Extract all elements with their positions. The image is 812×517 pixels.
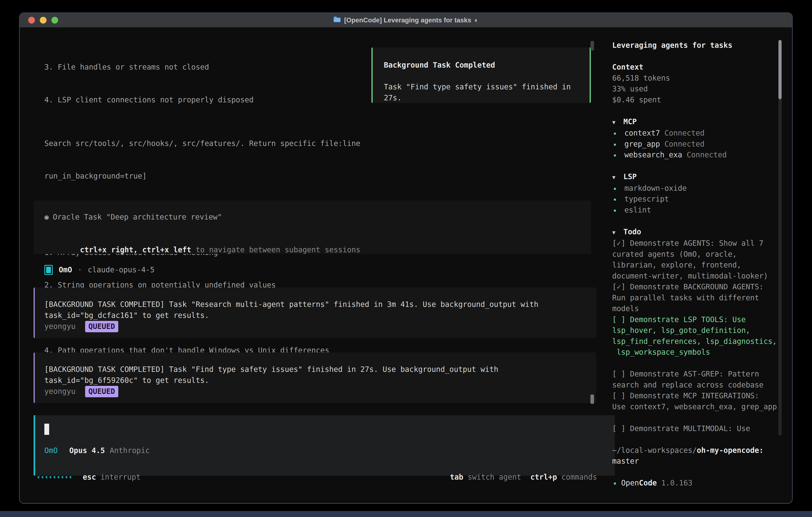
todo-line: lsp_hover, lsp_goto_definition, xyxy=(612,325,780,336)
transcript-line: run_in_background=true] xyxy=(45,171,590,182)
todo-line: search and replace across codebase xyxy=(612,380,780,391)
toast-title: Background Task Completed xyxy=(384,60,578,71)
todo-line: lsp_find_references, lsp_diagnostics, xyxy=(612,336,780,347)
sidebar: Leveraging agents for tasks Context 66,5… xyxy=(612,40,780,489)
title-bar[interactable]: [OpenCode] Leveraging agents for tasks ◐ xyxy=(20,13,792,28)
oracle-task-title: Oracle Task "Deep architecture review" xyxy=(53,212,222,223)
oracle-task-card[interactable]: ◉ Oracle Task "Deep architecture review"… xyxy=(34,200,591,254)
dock-edge-strip xyxy=(0,511,812,517)
app-name-bold: Code xyxy=(639,479,657,487)
lsp-name: markdown-oxide xyxy=(625,184,687,193)
context-used: 33% used xyxy=(612,84,780,94)
lsp-section-header[interactable]: ▼LSP xyxy=(612,171,780,183)
record-icon: ◉ xyxy=(45,212,49,223)
prompt-input[interactable]: OmO Opus 4.5 Anthropic xyxy=(34,415,615,475)
composer-model-row[interactable]: OmO Opus 4.5 Anthropic xyxy=(45,445,615,456)
status-bar: esc interrupt tab switch agent ctrl+p co… xyxy=(37,472,597,483)
task-message-line: task_id="bg_6f59260c" to get results. xyxy=(45,375,585,386)
status-right: tab switch agent ctrl+p commands xyxy=(450,472,597,483)
window-title: [OpenCode] Leveraging agents for tasks ◐ xyxy=(333,16,478,24)
mcp-item: context7 Connected xyxy=(612,128,780,139)
sidebar-scrollbar-thumb[interactable] xyxy=(778,40,782,99)
mcp-status: Connected xyxy=(687,151,727,159)
status-dot-icon xyxy=(614,133,616,135)
todo-line: [✓] Demonstrate AGENTS: Show all 7 xyxy=(612,238,780,249)
task-message-meta: yeongyu QUEUED xyxy=(45,386,585,397)
folder-icon xyxy=(333,16,341,24)
task-message-card: [BACKGROUND TASK COMPLETED] Task "Resear… xyxy=(34,288,596,338)
app-version: 1.0.163 xyxy=(661,479,693,487)
status-dot-icon xyxy=(614,154,616,157)
chevron-down-icon: ▼ xyxy=(612,117,624,128)
todo-line: librarian, explore, frontend, xyxy=(612,260,780,271)
mcp-section-header[interactable]: ▼MCP xyxy=(612,116,780,128)
status-badge: QUEUED xyxy=(85,386,118,397)
hint-key: ctrl+x right, xyxy=(80,245,138,254)
status-dot-icon xyxy=(614,143,616,146)
mcp-status: Connected xyxy=(665,129,704,137)
traffic-lights xyxy=(28,17,58,24)
todo-line: lsp_workspace_symbols xyxy=(612,347,780,358)
todo-group-pending: [ ] Demonstrate MULTIMODAL: Use xyxy=(612,423,780,434)
scrollbar-thumb-top[interactable] xyxy=(590,41,594,51)
todo-group-active: [ ] Demonstrate LSP TOOLS: Use lsp_hover… xyxy=(612,314,780,358)
status-dot-icon xyxy=(614,483,616,485)
todo-line: Run parallel tasks with different xyxy=(612,293,780,303)
agent-icon xyxy=(45,265,53,275)
todo-line: [ ] Demonstrate MULTIMODAL: Use xyxy=(612,423,780,434)
terminal-content: 3. File handles or streams not closed 4.… xyxy=(20,28,792,503)
scrollbar-thumb[interactable] xyxy=(590,394,594,404)
lsp-item: eslint xyxy=(612,205,780,216)
minimize-button[interactable] xyxy=(40,17,47,24)
shortcut-label: commands xyxy=(561,472,597,483)
todo-line: Use context7, websearch_exa, grep_app xyxy=(612,402,780,412)
task-message-card: [BACKGROUND TASK COMPLETED] Task "Find t… xyxy=(34,352,596,403)
subagent-nav-hint: ctrl+x right, ctrl+x left to navigate be… xyxy=(45,234,580,266)
todo-line: [ ] Demonstrate AST-GREP: Pattern xyxy=(612,369,780,380)
todo-section-header[interactable]: ▼Todo xyxy=(612,226,780,238)
toast-body: Task "Find type safety issues" finished … xyxy=(384,82,578,103)
background-task-toast: Background Task Completed Task "Find typ… xyxy=(371,47,591,103)
shortcut-label: switch agent xyxy=(468,472,521,483)
chevron-down-icon: ▼ xyxy=(612,227,624,238)
shortcut-key: ctrl+p xyxy=(530,472,557,483)
todo-line: curated agents (OmO, oracle, xyxy=(612,249,780,260)
task-message-line: task_id="bg_dcfac161" to get results. xyxy=(45,310,585,321)
hint-text: to navigate between subagent sessions xyxy=(196,245,360,254)
todo-line: [✓] Demonstrate BACKGROUND AGENTS: xyxy=(612,281,780,293)
todo-heading: Todo xyxy=(624,227,641,236)
window-title-text: [OpenCode] Leveraging agents for tasks xyxy=(344,17,471,24)
composer-provider: Anthropic xyxy=(110,445,150,456)
session-state-icon: ◐ xyxy=(474,17,478,24)
lsp-item: markdown-oxide xyxy=(612,183,780,194)
maximize-button[interactable] xyxy=(51,17,58,24)
status-dot-icon xyxy=(614,210,616,212)
composer-agent: OmO xyxy=(45,445,58,456)
task-author: yeongyu xyxy=(45,387,76,396)
terminal-window: [OpenCode] Leveraging agents for tasks ◐… xyxy=(19,12,793,504)
text-cursor xyxy=(45,424,49,435)
mcp-item: websearch_exa Connected xyxy=(612,149,780,161)
shortcut-label: interrupt xyxy=(100,472,141,483)
close-button[interactable] xyxy=(28,17,35,24)
main-scrollbar[interactable] xyxy=(590,41,594,404)
shortcut-key: tab xyxy=(450,472,463,483)
shortcut-key: esc xyxy=(83,472,96,483)
path-prefix: ~/local-workspaces/ xyxy=(612,446,697,455)
status-left: esc interrupt xyxy=(37,472,141,483)
sidebar-scrollbar[interactable] xyxy=(778,40,782,435)
context-spent: $0.46 spent xyxy=(612,94,780,106)
lsp-name: eslint xyxy=(625,206,651,214)
context-tokens: 66,518 tokens xyxy=(612,73,780,84)
mcp-name: websearch_exa xyxy=(625,151,682,159)
transcript-line: Search src/tools/, src/hooks/, src/featu… xyxy=(45,138,590,149)
agent-name: OmO xyxy=(59,265,72,275)
git-branch: master xyxy=(612,456,780,467)
mcp-name: context7 xyxy=(625,129,660,137)
task-message-line: [BACKGROUND TASK COMPLETED] Task "Find t… xyxy=(45,364,585,375)
repo-name: oh-my-opencode: xyxy=(697,446,763,455)
mcp-heading: MCP xyxy=(624,117,637,126)
lsp-item: typescript xyxy=(612,194,780,205)
agent-model: claude-opus-4-5 xyxy=(88,265,154,275)
todo-line: models xyxy=(612,303,780,314)
